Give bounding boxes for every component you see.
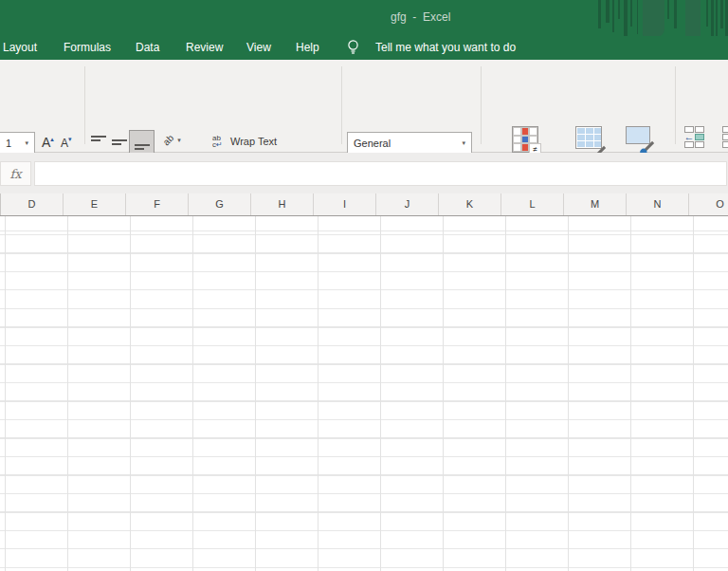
grow-font-button[interactable]: A▴ <box>42 134 54 151</box>
column-header-F[interactable]: F <box>126 193 189 215</box>
column-headers: DEFGHIJKLMNO <box>0 193 728 216</box>
column-header-D[interactable]: D <box>1 193 64 215</box>
window-title: gfg - Excel <box>391 10 450 24</box>
column-header-L[interactable]: L <box>501 193 564 215</box>
tab-data[interactable]: Data <box>136 41 159 54</box>
tab-help[interactable]: Help <box>296 41 319 54</box>
wrap-text-icon: ab c↵ <box>212 135 227 148</box>
group-separator <box>481 66 482 144</box>
excel-window: gfg - Excel Layout Formulas Data Review … <box>0 0 728 571</box>
group-separator <box>341 66 342 144</box>
tab-view[interactable]: View <box>246 41 271 54</box>
wrap-text-button[interactable]: ab c↵ Wrap Text <box>212 135 277 148</box>
column-header-E[interactable]: E <box>64 193 126 215</box>
ribbon: 1 ▾ A▴ A▾ ▾ A ▾ <box>0 60 728 153</box>
cell-styles-icon <box>626 126 650 144</box>
group-separator <box>84 66 85 144</box>
insert-cells-icon: ← <box>684 126 704 148</box>
column-header-K[interactable]: K <box>439 193 501 215</box>
insert-function-button[interactable]: fx <box>0 161 31 186</box>
orientation-button[interactable]: ab ▾ <box>163 135 181 145</box>
font-size-combobox[interactable]: 1 ▾ <box>0 132 35 154</box>
conditional-formatting-icon: ≠ <box>512 126 538 153</box>
number-format-combobox[interactable]: General ▾ <box>347 132 472 154</box>
column-header-J[interactable]: J <box>376 193 439 215</box>
column-header-H[interactable]: H <box>251 193 314 215</box>
formula-bar: fx <box>0 153 728 193</box>
column-header-O[interactable]: O <box>689 193 728 215</box>
column-header-G[interactable]: G <box>189 193 251 215</box>
number-format-value: General <box>354 138 391 149</box>
column-header-M[interactable]: M <box>564 193 627 215</box>
middle-align-button[interactable] <box>112 136 127 148</box>
tell-me-box[interactable]: Tell me what you want to do <box>375 41 516 54</box>
tab-formulas[interactable]: Formulas <box>64 41 111 54</box>
format-as-table-icon <box>575 126 602 149</box>
wrap-text-label: Wrap Text <box>230 136 277 147</box>
column-header-I[interactable]: I <box>314 193 376 215</box>
chevron-down-icon: ▾ <box>25 139 28 146</box>
chevron-down-icon: ▾ <box>462 139 465 146</box>
font-size-value: 1 <box>6 138 11 149</box>
ribbon-tab-bar: Layout Formulas Data Review View Help Te… <box>0 36 728 60</box>
title-bar: gfg - Excel <box>0 0 728 36</box>
spreadsheet-grid[interactable] <box>0 216 728 571</box>
tab-layout[interactable]: Layout <box>3 41 37 54</box>
delete-cells-icon <box>722 126 728 148</box>
chevron-down-icon: ▾ <box>177 137 181 143</box>
shrink-font-button[interactable]: A▾ <box>61 134 72 151</box>
formula-input[interactable] <box>34 161 727 186</box>
fx-icon: fx <box>9 167 21 181</box>
column-header-N[interactable]: N <box>627 193 689 215</box>
tab-review[interactable]: Review <box>186 41 223 54</box>
lightbulb-icon <box>347 39 359 60</box>
top-align-button[interactable] <box>91 136 106 148</box>
